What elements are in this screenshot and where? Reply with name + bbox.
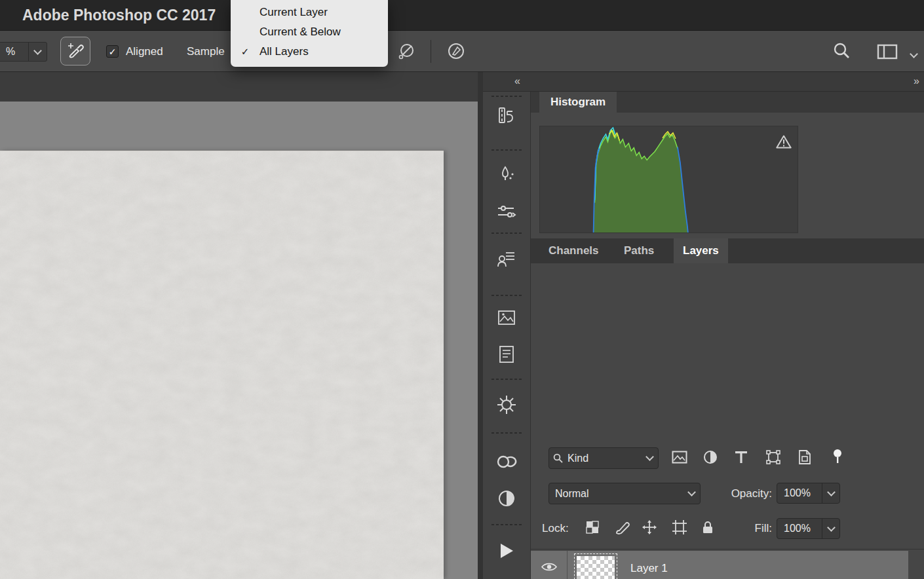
histogram-header: Histogram [531, 92, 924, 113]
collapsed-panel-creative-cloud[interactable] [483, 449, 530, 477]
collapsed-panel-properties[interactable] [483, 341, 530, 370]
active-tool-button[interactable] [60, 37, 90, 65]
document-image[interactable] [0, 151, 444, 579]
search-icon [549, 453, 566, 463]
sample-dropdown-menu: Current Layer Current & Below ✓ All Laye… [231, 0, 388, 67]
collapse-panels-button[interactable]: « [514, 72, 521, 90]
collapsed-panel-libraries[interactable] [483, 305, 530, 333]
pen-pressure-icon [446, 52, 466, 63]
half-circle-icon [497, 489, 516, 510]
canvas-area [0, 72, 478, 579]
checkerboard-icon [586, 521, 599, 536]
workspace-chevron-button[interactable] [911, 48, 917, 60]
visibility-toggle[interactable] [531, 551, 568, 579]
layer-thumbnail[interactable] [574, 553, 617, 579]
filter-pixel-layers-button[interactable] [666, 447, 693, 470]
ship-wheel-icon [497, 395, 516, 417]
histogram-graph [540, 126, 798, 233]
blend-mode-value: Normal [549, 488, 683, 500]
pasteboard[interactable] [0, 102, 478, 579]
lock-artboard-button[interactable] [668, 517, 691, 540]
play-icon [499, 542, 514, 562]
checkmark-icon: ✓ [231, 46, 260, 58]
lock-icon [702, 520, 714, 537]
title-bar: Adobe Photoshop CC 2017 [0, 0, 924, 31]
tab-histogram[interactable]: Histogram [539, 92, 617, 113]
circle-slash-icon [397, 52, 415, 63]
chevron-down-icon [822, 519, 839, 538]
opacity-label: Opacity: [706, 483, 772, 504]
panel-layout-icon [877, 50, 898, 62]
tab-layers[interactable]: Layers [674, 238, 728, 263]
drag-handle[interactable] [491, 149, 522, 151]
menu-item-all-layers[interactable]: ✓ All Layers [231, 42, 388, 62]
drag-handle[interactable] [491, 96, 522, 97]
menu-item-current-and-below[interactable]: Current & Below [231, 22, 388, 42]
filter-type-layers-button[interactable] [728, 447, 754, 470]
fill-value-dropdown[interactable]: 100% [777, 518, 840, 539]
panel-tabs: Channels Paths Layers [531, 238, 924, 263]
chevron-down-icon [641, 457, 658, 460]
pen-pressure-button[interactable] [446, 41, 466, 64]
menu-item-current-layer[interactable]: Current Layer [231, 3, 388, 22]
tab-paths[interactable]: Paths [615, 238, 663, 263]
opacity-percent-dropdown[interactable]: % [0, 42, 47, 62]
collapsed-panel-actions[interactable] [483, 538, 530, 567]
options-divider [431, 40, 431, 63]
filter-shape-layers-button[interactable] [760, 447, 786, 470]
chevron-down-icon[interactable] [28, 43, 47, 61]
lock-label: Lock: [542, 517, 569, 540]
filter-adjustment-layers-button[interactable] [697, 447, 723, 470]
tab-channels[interactable]: Channels [539, 238, 608, 263]
layer-filtering-toggle[interactable] [824, 447, 851, 470]
collapsed-panel-character[interactable] [483, 246, 530, 275]
search-button[interactable] [832, 42, 851, 63]
collapsed-panel-brush-settings[interactable] [483, 161, 530, 190]
lock-transparent-pixels-button[interactable] [581, 517, 604, 540]
layer-name[interactable]: Layer 1 [630, 551, 668, 579]
expand-panels-button[interactable]: » [914, 72, 920, 90]
collapsed-panel-navigator[interactable] [483, 392, 530, 420]
menu-item-label: All Layers [260, 45, 309, 58]
histogram-panel [531, 113, 924, 238]
chevron-down-icon [683, 492, 700, 495]
kind-label: Kind [566, 453, 641, 464]
percent-value: % [0, 43, 28, 61]
lock-all-button[interactable] [696, 517, 720, 540]
aligned-checkbox[interactable]: ✓ [106, 45, 119, 58]
ignore-adjustment-layers-button[interactable] [397, 43, 415, 64]
collapsed-panel-adjustments[interactable] [483, 485, 530, 514]
collapsed-panel-brush-presets[interactable] [483, 198, 530, 227]
image-icon [672, 451, 687, 466]
chevron-down-icon [822, 483, 839, 503]
character-icon [497, 250, 516, 271]
options-bar: % ✓ Aligned Sample [0, 31, 924, 72]
drag-handle[interactable] [491, 524, 522, 525]
drag-handle[interactable] [491, 295, 522, 296]
artboard-icon [672, 520, 687, 537]
smart-object-icon [798, 449, 811, 468]
shape-icon [766, 450, 780, 467]
collapsed-panel-clone-source[interactable] [483, 103, 530, 132]
brush-icon [497, 165, 516, 186]
sliders-icon [497, 203, 516, 223]
layer-row-layer-1[interactable]: Layer 1 [531, 551, 908, 579]
lock-image-pixels-button[interactable] [611, 517, 634, 540]
workspace-switcher-button[interactable] [877, 44, 898, 62]
opacity-value: 100% [777, 483, 822, 503]
filter-smart-objects-button[interactable] [792, 447, 818, 470]
histogram-refresh-warning-button[interactable] [776, 135, 792, 151]
blend-mode-dropdown[interactable]: Normal [549, 483, 701, 504]
drag-handle[interactable] [491, 233, 522, 234]
drag-handle[interactable] [491, 379, 522, 380]
paintbrush-icon [615, 520, 630, 537]
lock-position-button[interactable] [638, 517, 661, 540]
warning-triangle-icon [776, 140, 792, 151]
clone-source-icon [498, 107, 515, 128]
opacity-value-dropdown[interactable]: 100% [777, 483, 840, 504]
creative-cloud-icon [495, 453, 518, 473]
eye-icon [541, 562, 557, 574]
move-icon [642, 520, 657, 537]
kind-filter-dropdown[interactable]: Kind [549, 447, 659, 469]
drag-handle[interactable] [491, 432, 522, 434]
